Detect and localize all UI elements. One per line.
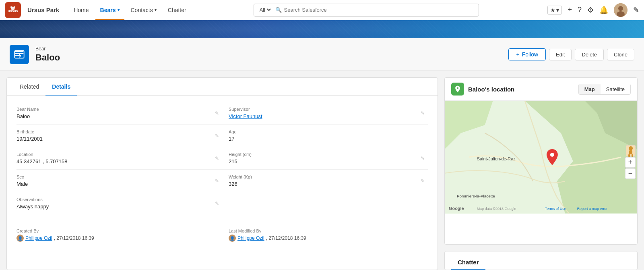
nav-bears[interactable]: Bears ▾	[95, 0, 124, 20]
observations-field: Observations Always happy ✎	[17, 192, 222, 214]
record-type-icon	[10, 45, 29, 64]
last-modified-field: Last Modified By 👤 Philippe Ozil , 27/12…	[222, 226, 428, 244]
empty-field	[222, 192, 428, 214]
created-by-date: , 27/12/2018 16:39	[54, 235, 94, 241]
svg-text:Report a map error: Report a map error	[577, 207, 608, 211]
nav-home[interactable]: Home	[69, 0, 93, 20]
height-edit-icon[interactable]: ✎	[421, 156, 425, 161]
birthdate-edit-icon[interactable]: ✎	[215, 133, 219, 139]
notifications-icon[interactable]: 🔔	[599, 6, 608, 15]
left-panel: Related Details Bear Name Baloo ✎ Superv…	[6, 77, 438, 270]
svg-text:Terms of Use: Terms of Use	[545, 207, 566, 211]
fields-grid: Bear Name Baloo ✎ Supervisor Victor Faun…	[7, 96, 438, 221]
search-bar: All 🔍	[254, 4, 479, 17]
record-header-left: Bear Baloo	[10, 45, 60, 64]
svg-point-16	[629, 146, 633, 150]
svg-point-6	[618, 6, 623, 11]
edit-nav-icon[interactable]: ✎	[633, 6, 639, 15]
birthdate-field: Birthdate 19/11/2001 ✎	[17, 125, 222, 147]
last-modified-user-icon: 👤	[229, 235, 236, 242]
map-card: Baloo's location Map Satellite	[444, 77, 638, 245]
record-title-group: Bear Baloo	[35, 46, 60, 63]
settings-icon[interactable]: ⚙	[587, 6, 594, 15]
age-field: Age 17	[222, 125, 428, 147]
edit-button[interactable]: Edit	[549, 49, 572, 60]
sub-nav-band	[0, 20, 644, 38]
search-scope-select[interactable]: All	[258, 6, 272, 13]
add-button[interactable]: +	[568, 6, 572, 14]
record-tabs: Related Details	[7, 78, 438, 96]
created-by-field: Created By 👤 Philippe Ozil , 27/12/2018 …	[17, 226, 222, 244]
weight-field: Weight (Kg) 326 ✎	[222, 170, 428, 192]
height-field: Height (cm) 215 ✎	[222, 147, 428, 170]
help-icon[interactable]: ?	[578, 6, 582, 14]
record-name: Baloo	[35, 52, 60, 63]
follow-button[interactable]: + Follow	[508, 48, 546, 60]
chatter-header: Chatter	[451, 253, 485, 270]
record-object-label: Bear	[35, 46, 60, 52]
record-header: Bear Baloo + Follow Edit Delete Clone	[0, 38, 644, 71]
bears-chevron-icon: ▾	[118, 8, 120, 12]
svg-text:Google: Google	[449, 206, 464, 211]
main-content: Related Details Bear Name Baloo ✎ Superv…	[0, 71, 644, 270]
svg-rect-17	[629, 150, 632, 154]
supervisor-field: Supervisor Victor Faunust ✎	[222, 102, 428, 125]
created-by-link[interactable]: Philippe Ozil	[25, 235, 52, 241]
footer-fields: Created By 👤 Philippe Ozil , 27/12/2018 …	[7, 221, 438, 249]
app-name: Ursus Park	[27, 6, 59, 13]
svg-rect-18	[628, 154, 630, 157]
observations-edit-icon[interactable]: ✎	[215, 201, 219, 206]
svg-rect-19	[632, 154, 633, 157]
right-panel: Baloo's location Map Satellite	[444, 77, 638, 270]
tab-related[interactable]: Related	[13, 78, 45, 96]
map-container[interactable]: Saint-Julien-de-Raz Pommiers-la-Placette…	[445, 101, 637, 214]
svg-point-12	[550, 153, 554, 157]
last-modified-link[interactable]: Philippe Ozil	[237, 235, 264, 241]
location-edit-icon[interactable]: ✎	[215, 156, 219, 161]
top-nav-bar: URSUS Ursus Park Home Bears ▾ Contacts ▾…	[0, 0, 644, 20]
favorites-button[interactable]: ★ ▾	[547, 6, 562, 15]
sex-field: Sex Male ✎	[17, 170, 222, 192]
star-icon: ★	[550, 7, 555, 13]
search-input[interactable]	[284, 7, 475, 13]
nav-chatter[interactable]: Chatter	[163, 0, 191, 20]
plus-icon: +	[516, 51, 519, 58]
created-by-user-icon: 👤	[17, 235, 24, 242]
avatar[interactable]	[614, 3, 627, 17]
svg-text:+: +	[628, 158, 632, 166]
svg-text:Map data ©2018 Google: Map data ©2018 Google	[477, 207, 516, 211]
map-svg: Saint-Julien-de-Raz Pommiers-la-Placette…	[445, 101, 637, 214]
svg-point-4	[14, 6, 16, 8]
top-bar-actions: ★ ▾ + ? ⚙ 🔔 ✎	[547, 3, 639, 17]
svg-text:Pommiers-la-Placette: Pommiers-la-Placette	[457, 194, 495, 198]
svg-point-7	[617, 11, 625, 17]
map-tab-map[interactable]: Map	[579, 84, 601, 94]
pegman-icon[interactable]	[626, 145, 636, 157]
map-tab-satellite[interactable]: Satellite	[601, 84, 630, 94]
chatter-title: Chatter	[458, 259, 479, 266]
app-logo: URSUS	[5, 2, 21, 18]
main-nav: Home Bears ▾ Contacts ▾ Chatter	[69, 0, 191, 20]
delete-button[interactable]: Delete	[575, 49, 604, 60]
map-location-icon	[451, 83, 464, 96]
svg-text:Saint-Julien-de-Raz: Saint-Julien-de-Raz	[477, 156, 516, 161]
svg-point-3	[10, 6, 12, 8]
weight-edit-icon[interactable]: ✎	[421, 178, 425, 184]
chatter-card: Chatter	[444, 251, 638, 270]
bear-name-field: Bear Name Baloo ✎	[17, 102, 222, 125]
bear-name-edit-icon[interactable]: ✎	[215, 110, 219, 116]
tab-details[interactable]: Details	[45, 78, 77, 96]
last-modified-date: , 27/12/2018 16:39	[266, 235, 306, 241]
search-icon: 🔍	[275, 7, 282, 13]
sex-edit-icon[interactable]: ✎	[215, 178, 219, 184]
nav-contacts[interactable]: Contacts ▾	[126, 0, 161, 20]
location-field: Location 45.342761 , 5.707158 ✎	[17, 147, 222, 170]
map-header: Baloo's location Map Satellite	[445, 78, 637, 101]
supervisor-edit-icon[interactable]: ✎	[421, 110, 425, 116]
chatter-tab-wrapper: Chatter	[445, 251, 637, 270]
clone-button[interactable]: Clone	[607, 49, 634, 60]
map-title: Baloo's location	[468, 86, 514, 93]
svg-text:−: −	[628, 169, 632, 177]
chevron-down-icon: ▾	[556, 7, 559, 13]
record-actions: + Follow Edit Delete Clone	[508, 48, 634, 60]
